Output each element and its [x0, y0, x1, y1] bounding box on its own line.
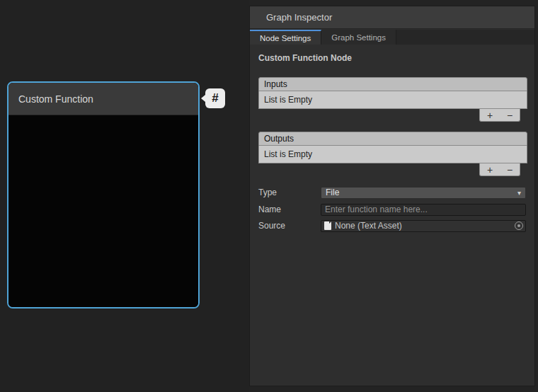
outputs-list-empty-row: List is Empty [258, 146, 527, 163]
inputs-add-button[interactable]: + [480, 109, 500, 121]
inputs-list-header[interactable]: Inputs [258, 77, 527, 91]
inputs-list: Inputs List is Empty + − [258, 77, 527, 122]
type-row: Type File ▾ [258, 186, 526, 199]
chevron-down-icon: ▾ [517, 189, 521, 197]
text-asset-icon [324, 221, 331, 230]
source-row: Source None (Text Asset) [258, 219, 526, 232]
source-object-value: None (Text Asset) [335, 221, 402, 231]
outputs-list-footer: + − [479, 163, 520, 176]
inputs-list-empty-row: List is Empty [258, 91, 527, 109]
outputs-list: Outputs List is Empty + − [258, 132, 527, 176]
source-label: Source [258, 221, 321, 231]
tab-graph-settings-label: Graph Settings [331, 33, 386, 42]
inspector-tabs: Node Settings Graph Settings [250, 30, 534, 45]
inspector-title: Graph Inspector [266, 12, 332, 23]
custom-function-node[interactable]: Custom Function [7, 81, 200, 309]
object-picker-icon[interactable] [515, 221, 523, 230]
hash-icon[interactable]: # [205, 88, 225, 108]
node-title: Custom Function [18, 93, 93, 105]
inputs-empty-text: List is Empty [264, 95, 312, 105]
inspector-header[interactable]: Graph Inspector [250, 6, 534, 29]
hash-icon-glyph: # [212, 91, 218, 105]
type-dropdown[interactable]: File ▾ [321, 187, 526, 199]
node-body [8, 115, 198, 307]
tab-node-settings[interactable]: Node Settings [250, 30, 321, 45]
inputs-list-header-label: Inputs [264, 79, 287, 89]
outputs-list-header[interactable]: Outputs [258, 132, 527, 146]
minus-icon: − [507, 110, 513, 120]
plus-icon: + [487, 110, 493, 120]
name-input[interactable] [321, 204, 526, 216]
outputs-empty-text: List is Empty [264, 149, 312, 159]
graph-inspector-panel: Graph Inspector Node Settings Graph Sett… [249, 6, 535, 386]
source-object-field[interactable]: None (Text Asset) [321, 220, 526, 232]
type-dropdown-value: File [326, 188, 339, 197]
inputs-remove-button[interactable]: − [500, 109, 520, 121]
tab-graph-settings[interactable]: Graph Settings [321, 30, 396, 45]
outputs-add-button[interactable]: + [480, 163, 500, 175]
inputs-list-footer: + − [479, 109, 520, 122]
node-title-bar[interactable]: Custom Function [8, 83, 198, 115]
name-row: Name [258, 203, 526, 216]
name-label: Name [258, 204, 321, 214]
graph-canvas[interactable]: Custom Function # [0, 0, 249, 392]
outputs-list-header-label: Outputs [264, 134, 294, 144]
type-label: Type [258, 188, 321, 197]
minus-icon: − [507, 165, 513, 175]
outputs-remove-button[interactable]: − [500, 163, 520, 175]
section-heading: Custom Function Node [258, 53, 352, 63]
tab-node-settings-label: Node Settings [260, 34, 311, 42]
plus-icon: + [487, 165, 493, 175]
